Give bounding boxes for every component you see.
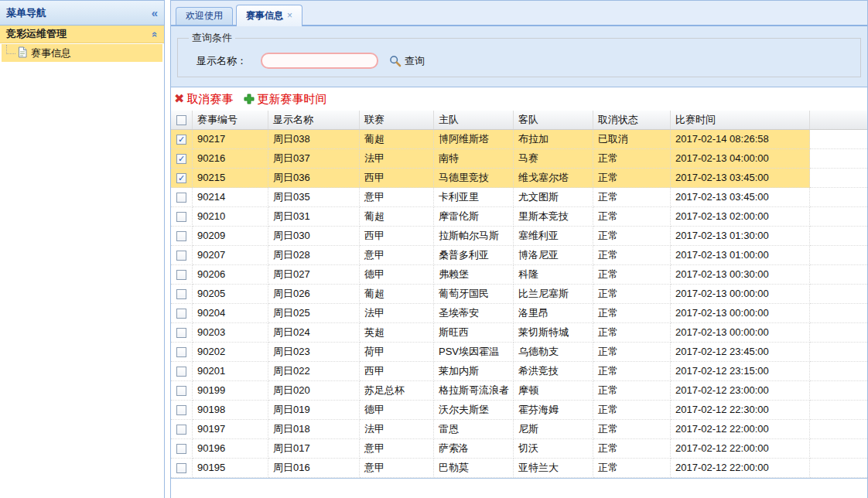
cell-league: 意甲 (360, 459, 434, 478)
cell-away: 亚特兰大 (514, 459, 593, 478)
table-row[interactable]: 90210周日031葡超摩雷伦斯里斯本竞技正常2017-02-13 02:00:… (171, 207, 867, 227)
column-header-time[interactable]: 比赛时间 (671, 111, 810, 129)
row-checkbox[interactable]: ✓ (176, 135, 186, 145)
cell-status: 正常 (593, 323, 671, 343)
row-checkbox[interactable] (176, 289, 186, 299)
table-row[interactable]: 90206周日027德甲弗赖堡科隆正常2017-02-13 00:30:00 (171, 265, 867, 285)
tab-close-icon[interactable]: × (287, 10, 292, 21)
cell-away: 洛里昂 (514, 304, 593, 323)
cell-id: 90209 (193, 227, 268, 246)
row-checkbox[interactable] (176, 309, 186, 319)
main-content: 欢迎使用 赛事信息× 查询条件 显示名称： 查询 (170, 0, 868, 498)
row-checkbox-cell (171, 381, 193, 401)
table-row[interactable]: 90207周日028意甲桑普多利亚博洛尼亚正常2017-02-13 01:00:… (171, 246, 867, 265)
table-row[interactable]: 90203周日024英超斯旺西莱切斯特城正常2017-02-13 00:00:0… (171, 323, 867, 343)
chevron-up-icon: « (149, 31, 161, 36)
column-header-away[interactable]: 客队 (514, 111, 593, 129)
row-checkbox[interactable] (176, 328, 186, 338)
row-filler (810, 149, 867, 169)
row-checkbox-cell (171, 246, 193, 265)
table-row[interactable]: 90195周日016意甲巴勒莫亚特兰大正常2017-02-12 22:00:00 (171, 459, 867, 478)
column-header-league[interactable]: 联赛 (360, 111, 434, 129)
cell-status: 正常 (593, 149, 671, 169)
cell-time: 2017-02-13 02:00:00 (671, 207, 810, 227)
tab-welcome[interactable]: 欢迎使用 (176, 7, 233, 25)
column-header-id[interactable]: 赛事编号 (193, 111, 268, 129)
cell-home: 南特 (434, 149, 514, 169)
cell-away: 科隆 (514, 265, 593, 285)
sidebar-collapse-icon[interactable]: « (152, 6, 158, 19)
table-row[interactable]: 90214周日035意甲卡利亚里尤文图斯正常2017-02-13 03:45:0… (171, 188, 867, 207)
cell-home: 博阿维斯塔 (434, 130, 514, 149)
table-row[interactable]: ✓90217周日038葡超博阿维斯塔布拉加已取消2017-02-14 08:26… (171, 130, 867, 149)
row-checkbox[interactable]: ✓ (176, 173, 186, 183)
tab-match-info[interactable]: 赛事信息× (236, 5, 302, 26)
cell-status: 已取消 (593, 130, 671, 149)
table-row[interactable]: 90209周日030西甲拉斯帕尔马斯塞维利亚正常2017-02-13 01:30… (171, 227, 867, 246)
row-checkbox[interactable] (176, 425, 186, 435)
sidebar-item-label: 赛事信息 (31, 46, 71, 60)
table-row[interactable]: 90196周日017意甲萨索洛切沃正常2017-02-12 22:00:00 (171, 439, 867, 459)
row-checkbox[interactable] (176, 386, 186, 396)
table-row[interactable]: ✓90215周日036西甲马德里竞技维戈塞尔塔正常2017-02-13 03:4… (171, 169, 867, 188)
cell-name: 周日038 (268, 130, 360, 149)
cell-status: 正常 (593, 362, 671, 381)
row-checkbox-cell (171, 188, 193, 207)
display-name-input[interactable] (261, 53, 378, 69)
accordion-header-jingcai[interactable]: 竞彩运维管理 « (0, 26, 164, 43)
row-checkbox[interactable] (176, 270, 186, 280)
cell-time: 2017-02-13 03:45:00 (671, 188, 810, 207)
cell-id: 90203 (193, 323, 268, 343)
row-filler (810, 246, 867, 265)
cell-id: 90217 (193, 130, 268, 149)
row-checkbox[interactable] (176, 367, 186, 377)
row-checkbox[interactable] (176, 405, 186, 415)
row-checkbox[interactable] (176, 231, 186, 241)
cell-name: 周日016 (268, 459, 360, 478)
table-row[interactable]: 90198周日019德甲沃尔夫斯堡霍芬海姆正常2017-02-12 22:30:… (171, 401, 867, 420)
cell-time: 2017-02-13 04:00:00 (671, 149, 810, 169)
cell-league: 德甲 (360, 265, 434, 285)
cell-time: 2017-02-14 08:26:58 (671, 130, 810, 149)
cell-name: 周日035 (268, 188, 360, 207)
cancel-match-button[interactable]: ✖ 取消赛事 (174, 92, 233, 107)
cell-id: 90201 (193, 362, 268, 381)
tab-body: 查询条件 显示名称： 查询 ✖ 取消赛事 (171, 26, 867, 498)
cell-away: 希洪竞技 (514, 362, 593, 381)
row-checkbox-cell (171, 401, 193, 420)
row-checkbox-cell (171, 343, 193, 362)
column-header-home[interactable]: 主队 (434, 111, 514, 129)
table-row[interactable]: ✓90216周日037法甲南特马赛正常2017-02-13 04:00:00 (171, 149, 867, 169)
cell-home: 桑普多利亚 (434, 246, 514, 265)
table-row[interactable]: 90199周日020苏足总杯格拉斯哥流浪者摩顿正常2017-02-12 23:0… (171, 381, 867, 401)
row-checkbox[interactable] (176, 347, 186, 357)
update-match-time-button[interactable]: 更新赛事时间 (244, 92, 326, 107)
grid-toolbar: ✖ 取消赛事 更新赛事时间 (171, 87, 867, 111)
row-checkbox[interactable]: ✓ (176, 154, 186, 164)
row-checkbox[interactable] (176, 444, 186, 454)
row-checkbox[interactable] (176, 251, 186, 261)
table-row[interactable]: 90204周日025法甲圣埃蒂安洛里昂正常2017-02-13 00:00:00 (171, 304, 867, 323)
row-filler (810, 420, 867, 439)
cell-status: 正常 (593, 304, 671, 323)
table-row[interactable]: 90201周日022西甲莱加内斯希洪竞技正常2017-02-12 23:15:0… (171, 362, 867, 381)
sidebar-item-match-info[interactable]: 赛事信息 (2, 44, 162, 62)
row-checkbox-cell (171, 304, 193, 323)
column-header-name[interactable]: 显示名称 (268, 111, 360, 129)
column-header-status[interactable]: 取消状态 (593, 111, 671, 129)
select-all-checkbox[interactable] (176, 115, 186, 125)
cell-league: 意甲 (360, 246, 434, 265)
table-row[interactable]: 90205周日026葡超葡萄牙国民比兰尼塞斯正常2017-02-13 00:00… (171, 285, 867, 304)
row-checkbox[interactable] (176, 193, 186, 203)
table-row[interactable]: 90197周日018法甲雷恩尼斯正常2017-02-12 22:00:00 (171, 420, 867, 439)
row-checkbox-cell (171, 285, 193, 304)
table-row[interactable]: 90202周日023荷甲PSV埃因霍温乌德勒支正常2017-02-12 23:4… (171, 343, 867, 362)
row-checkbox[interactable] (176, 212, 186, 222)
cell-status: 正常 (593, 285, 671, 304)
tree-elbow-icon (6, 45, 15, 54)
row-checkbox-cell (171, 459, 193, 478)
cell-time: 2017-02-13 01:30:00 (671, 227, 810, 246)
cell-id: 90210 (193, 207, 268, 227)
row-checkbox[interactable] (176, 463, 186, 473)
search-button[interactable]: 查询 (389, 54, 425, 68)
